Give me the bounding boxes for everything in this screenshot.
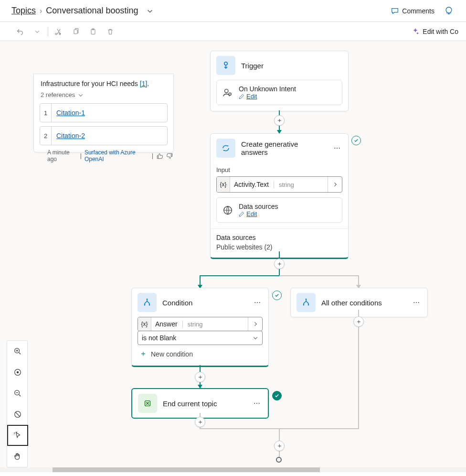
- unknown-intent-icon: ?: [222, 87, 233, 98]
- condition-node-title: Condition: [162, 299, 246, 307]
- data-sources-edit-link[interactable]: Edit: [239, 210, 278, 217]
- generative-node-title: Create generative answers: [241, 140, 326, 156]
- zoom-out-button[interactable]: [7, 383, 28, 404]
- trigger-edit-link[interactable]: Edit: [239, 93, 296, 100]
- svg-point-3: [224, 62, 227, 65]
- add-node-button[interactable]: ＋: [195, 372, 205, 382]
- new-condition-label: New condition: [151, 350, 193, 358]
- all-other-conditions-node[interactable]: All other conditions ⋯: [290, 288, 428, 317]
- node-more-button[interactable]: ⋯: [252, 297, 263, 308]
- answer-time: A minute ago: [47, 149, 77, 162]
- svg-point-10: [149, 304, 150, 306]
- citation-number: 1: [40, 104, 52, 122]
- input-variable-picker[interactable]: {x} Activity.Text string: [216, 176, 342, 193]
- answer-text-fragment: Infrastructure for your HCI needs: [41, 80, 140, 87]
- condition-node[interactable]: Condition ⋯ {x} Answer string is not Bla…: [131, 288, 269, 367]
- h-scrollbar-thumb[interactable]: [53, 467, 320, 472]
- answer-inline-ref-link[interactable]: [1]: [140, 80, 148, 87]
- condition-operator-value: is not Blank: [142, 334, 176, 342]
- trigger-event-card[interactable]: ? On Unknown Intent Edit: [216, 80, 342, 105]
- condition-variable-type: string: [182, 321, 203, 328]
- chevron-right-icon[interactable]: [328, 177, 342, 192]
- input-variable-type: string: [274, 181, 294, 188]
- generative-icon: [216, 139, 235, 158]
- chevron-right-icon[interactable]: [248, 317, 262, 331]
- end-topic-title: End current topic: [163, 400, 246, 408]
- node-more-button[interactable]: ⋯: [411, 297, 422, 308]
- add-node-button[interactable]: ＋: [274, 259, 285, 269]
- citation-item[interactable]: 2 Citation-2: [40, 126, 168, 145]
- condition-variable-picker[interactable]: {x} Answer string: [138, 317, 263, 331]
- node-status-ok-icon: [272, 391, 282, 400]
- paste-button[interactable]: [85, 23, 102, 40]
- globe-icon: [222, 205, 233, 216]
- input-variable-name: Activity.Text: [234, 181, 269, 188]
- select-tool-button[interactable]: [7, 425, 28, 446]
- plus-icon: ＋: [139, 349, 147, 359]
- references-toggle[interactable]: 2 references: [41, 91, 167, 98]
- generative-answers-node[interactable]: Create generative answers ⋯ Input {x} Ac…: [210, 133, 349, 259]
- references-label: 2 references: [41, 91, 75, 98]
- ds-foot-label: Data sources: [216, 234, 342, 241]
- comments-button[interactable]: Comments: [388, 5, 437, 17]
- connector: [200, 275, 280, 276]
- flow-end-cap-icon: [276, 457, 282, 463]
- svg-point-11: [306, 299, 307, 300]
- citation-link[interactable]: Citation-1: [52, 109, 85, 117]
- variable-icon: {x}: [138, 317, 151, 331]
- svg-point-12: [303, 304, 305, 306]
- answer-surfaced-with: Surfaced with Azure OpenAI: [85, 149, 149, 162]
- connector: [279, 275, 359, 276]
- add-node-button[interactable]: ＋: [274, 441, 285, 451]
- zoom-toolbar: [7, 340, 28, 467]
- thumbs-down-button[interactable]: [166, 152, 173, 160]
- input-label: Input: [216, 166, 342, 173]
- svg-point-4: [225, 89, 228, 92]
- condition-icon: [138, 293, 157, 312]
- node-status-ok-icon: [272, 291, 282, 300]
- svg-point-8: [147, 299, 148, 300]
- breadcrumb-root-link[interactable]: Topics: [11, 6, 36, 16]
- node-more-button[interactable]: ⋯: [332, 142, 342, 154]
- answer-preview-card: Infrastructure for your HCI needs [1]. 2…: [33, 74, 174, 152]
- thumbs-up-button[interactable]: [156, 152, 163, 160]
- topic-checker-button[interactable]: [441, 4, 456, 18]
- edit-with-copilot-button[interactable]: Edit with Co: [411, 27, 458, 36]
- add-node-button[interactable]: ＋: [274, 115, 285, 126]
- copy-button[interactable]: [67, 23, 85, 40]
- h-scrollbar[interactable]: [0, 467, 466, 472]
- condition-variable-name: Answer: [155, 320, 178, 328]
- chevron-right-icon: ›: [40, 7, 42, 15]
- comments-label: Comments: [402, 7, 434, 15]
- zoom-in-button[interactable]: [7, 341, 28, 362]
- data-sources-card[interactable]: Data sources Edit: [216, 197, 342, 223]
- node-more-button[interactable]: ⋯: [252, 398, 262, 409]
- node-status-ok-icon: [351, 136, 361, 145]
- edit-with-copilot-label: Edit with Co: [423, 28, 458, 35]
- undo-dropdown-button[interactable]: [29, 23, 46, 40]
- condition-operator-select[interactable]: is not Blank: [138, 331, 263, 345]
- cut-button[interactable]: [50, 23, 67, 40]
- undo-button[interactable]: [11, 23, 29, 40]
- reset-zoom-button[interactable]: [7, 404, 28, 425]
- svg-point-13: [308, 304, 309, 306]
- trigger-event-title: On Unknown Intent: [239, 85, 296, 93]
- all-other-conditions-title: All other conditions: [321, 299, 405, 307]
- end-topic-icon: [138, 394, 157, 413]
- add-node-button[interactable]: ＋: [353, 316, 364, 327]
- citation-number: 2: [40, 127, 52, 145]
- fit-to-screen-button[interactable]: [7, 362, 28, 383]
- chevron-down-icon[interactable]: [147, 8, 153, 14]
- citation-link[interactable]: Citation-2: [52, 132, 85, 140]
- breadcrumb-current: Conversational boosting: [46, 6, 138, 16]
- new-condition-button[interactable]: ＋ New condition: [138, 345, 263, 360]
- trigger-icon: [216, 56, 235, 75]
- trigger-node[interactable]: Trigger ? On Unknown Intent Edit: [210, 51, 349, 111]
- citation-item[interactable]: 1 Citation-1: [40, 103, 168, 122]
- ds-foot-value: Public websites (2): [216, 243, 342, 251]
- add-node-button[interactable]: ＋: [195, 417, 205, 427]
- breadcrumb: Topics › Conversational boosting: [11, 6, 153, 16]
- delete-button[interactable]: [102, 23, 119, 40]
- pan-tool-button[interactable]: [7, 446, 28, 467]
- answer-text-end: .: [147, 80, 149, 87]
